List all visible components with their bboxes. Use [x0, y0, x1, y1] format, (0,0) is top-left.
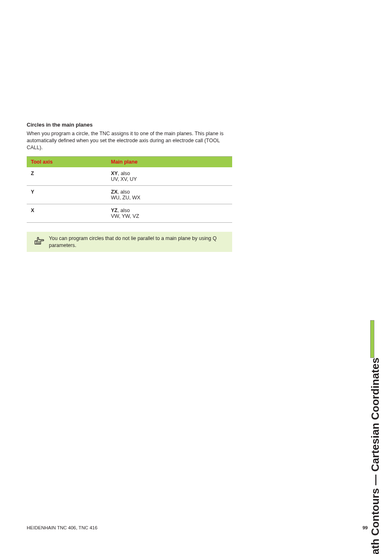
cell-axis: Y: [27, 185, 107, 204]
table-header-toolaxis: Tool axis: [27, 156, 107, 167]
side-accent-bar: [370, 320, 374, 358]
plane-bold: XY: [111, 171, 118, 176]
cell-axis: Z: [27, 167, 107, 186]
side-tab-label: 6.4 Path Contours — Cartesian Coordinate…: [369, 358, 382, 554]
intro-paragraph: When you program a circle, the TNC assig…: [27, 130, 232, 151]
plane-rest: , also: [118, 208, 130, 213]
page-number: 99: [362, 525, 368, 530]
cell-axis: X: [27, 204, 107, 222]
table-row: Z XY, also UV, XV, UY: [27, 167, 232, 186]
plane-bold: ZX: [111, 189, 118, 195]
note-box: You can program circles that do not lie …: [27, 232, 232, 252]
side-tab: 6.4 Path Contours — Cartesian Coordinate…: [353, 123, 369, 358]
plane-bold: YZ: [111, 208, 118, 213]
plane-rest: , also: [118, 171, 130, 176]
subheading: Circles in the main planes: [27, 122, 232, 128]
plane-line2: VW, YW, VZ: [111, 213, 139, 219]
plane-line2: UV, XV, UY: [111, 176, 137, 182]
plane-rest: , also: [118, 189, 130, 195]
note-text: You can program circles that do not lie …: [49, 235, 228, 249]
table-row: Y ZX, also WU, ZU, WX: [27, 185, 232, 204]
footer-left: HEIDENHAIN TNC 406, TNC 416: [27, 525, 97, 530]
note-icon-cell: [30, 235, 49, 249]
hand-pointing-icon: [33, 236, 46, 246]
plane-line2: WU, ZU, WX: [111, 195, 141, 201]
table-header-mainplane: Main plane: [107, 156, 232, 167]
cell-plane: ZX, also WU, ZU, WX: [107, 185, 232, 204]
main-content: Circles in the main planes When you prog…: [27, 122, 232, 252]
planes-table: Tool axis Main plane Z XY, also UV, XV, …: [27, 156, 232, 223]
table-row: X YZ, also VW, YW, VZ: [27, 204, 232, 222]
cell-plane: XY, also UV, XV, UY: [107, 167, 232, 186]
cell-plane: YZ, also VW, YW, VZ: [107, 204, 232, 222]
page-footer: HEIDENHAIN TNC 406, TNC 416 99: [27, 525, 368, 530]
